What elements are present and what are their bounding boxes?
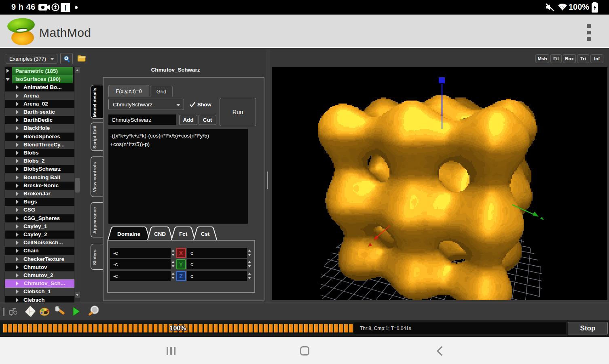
svg-text:Fct: Fct	[179, 231, 188, 237]
svg-text:CND: CND	[154, 231, 166, 237]
svg-text:Cst: Cst	[201, 231, 210, 237]
svg-text:Domaine: Domaine	[117, 231, 141, 237]
